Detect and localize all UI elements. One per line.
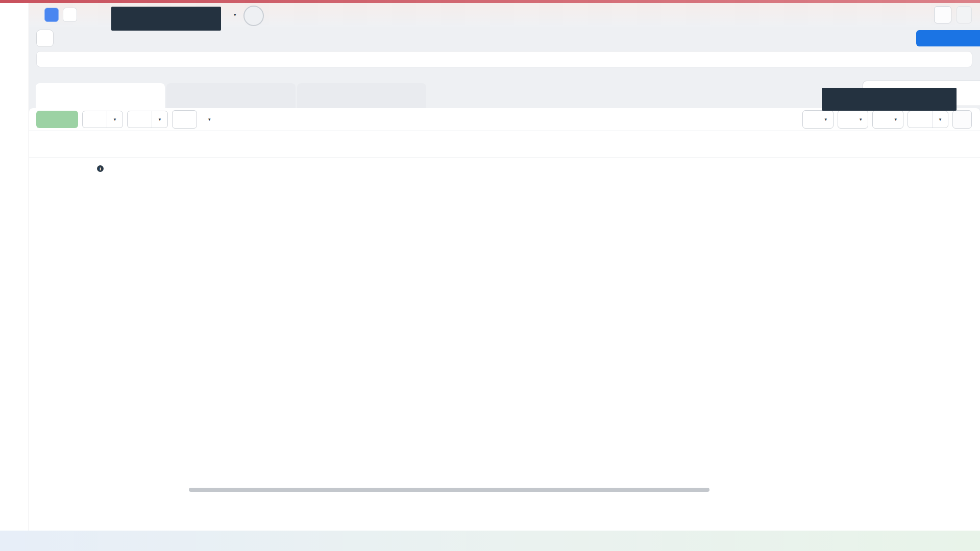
review-and-publish-button[interactable] [957, 6, 972, 23]
chevron-down-icon: ▾ [159, 117, 161, 122]
columns-button[interactable]: ▾ [802, 110, 834, 129]
expand-chart-button[interactable] [952, 110, 972, 129]
campaigns-folder-icon [45, 91, 55, 101]
see-more-button[interactable] [62, 30, 68, 46]
chevron-down-icon: ▾ [894, 117, 897, 122]
breakdown-button[interactable]: ▾ [838, 110, 869, 129]
tab-ad-sets[interactable] [166, 83, 296, 108]
edit-button[interactable] [128, 111, 152, 128]
table-header-row [29, 131, 980, 158]
horizontal-scrollbar[interactable] [189, 488, 709, 492]
breakdown-icon [844, 115, 852, 123]
reports-icon [879, 115, 887, 123]
ads-icon [306, 91, 316, 101]
export-icon [914, 115, 922, 123]
reports-button[interactable]: ▾ [872, 110, 903, 129]
search-input[interactable] [36, 51, 972, 67]
filter-bar [29, 28, 980, 49]
more-button[interactable]: ▾ [201, 117, 215, 122]
business-portfolio-button[interactable] [63, 8, 77, 22]
search-filter-button[interactable] [36, 30, 54, 47]
export-button[interactable] [908, 111, 932, 128]
flask-icon [179, 115, 187, 123]
export-split-button: ▾ [908, 111, 948, 128]
create-a-view-button[interactable] [916, 30, 980, 46]
duplicate-dropdown[interactable]: ▾ [107, 111, 122, 128]
chevron-down-icon: ▾ [939, 117, 942, 122]
chevron-down-icon: ▾ [234, 12, 236, 17]
tab-ads[interactable] [297, 83, 426, 108]
table-toolbar: ▾ ▾ ▾ ▾ ▾ ▾ ▾ [29, 108, 980, 131]
chevron-down-icon: ▾ [860, 117, 862, 122]
expand-icon [958, 115, 966, 123]
redaction-box [822, 88, 957, 111]
table-summary-row: i [29, 158, 980, 192]
duplicate-button[interactable] [83, 111, 107, 128]
columns-icon [809, 115, 817, 123]
opportunity-score-button[interactable]: ▾ [231, 12, 236, 17]
pencil-icon [134, 115, 142, 123]
ads-manager-page: ▾ [0, 0, 980, 551]
chevron-down-icon: ▾ [114, 117, 116, 122]
edit-dropdown[interactable]: ▾ [152, 111, 167, 128]
redaction-box [111, 7, 221, 31]
avatar [243, 6, 264, 26]
duplicate-icon [89, 115, 97, 123]
create-button[interactable] [36, 111, 78, 128]
sidebar [0, 3, 29, 531]
search-icon [41, 34, 50, 43]
account-badge[interactable] [44, 8, 59, 22]
refresh-icon [939, 11, 947, 19]
chevron-down-icon: ▾ [824, 117, 827, 122]
duplicate-split-button: ▾ [82, 111, 123, 128]
level-tabs [36, 83, 426, 108]
business-portfolio-icon [66, 11, 74, 19]
edit-split-button: ▾ [127, 111, 168, 128]
ab-test-button[interactable] [172, 110, 197, 129]
chevron-down-icon: ▾ [208, 117, 211, 122]
info-icon[interactable]: i [97, 165, 104, 172]
tab-campaigns[interactable] [36, 83, 165, 108]
refresh-button[interactable] [934, 6, 951, 23]
bottom-gradient-strip [0, 531, 980, 551]
ad-sets-icon [176, 91, 185, 101]
campaigns-table-card: ▾ ▾ ▾ ▾ ▾ ▾ ▾ [29, 108, 980, 531]
export-dropdown[interactable]: ▾ [932, 111, 948, 128]
